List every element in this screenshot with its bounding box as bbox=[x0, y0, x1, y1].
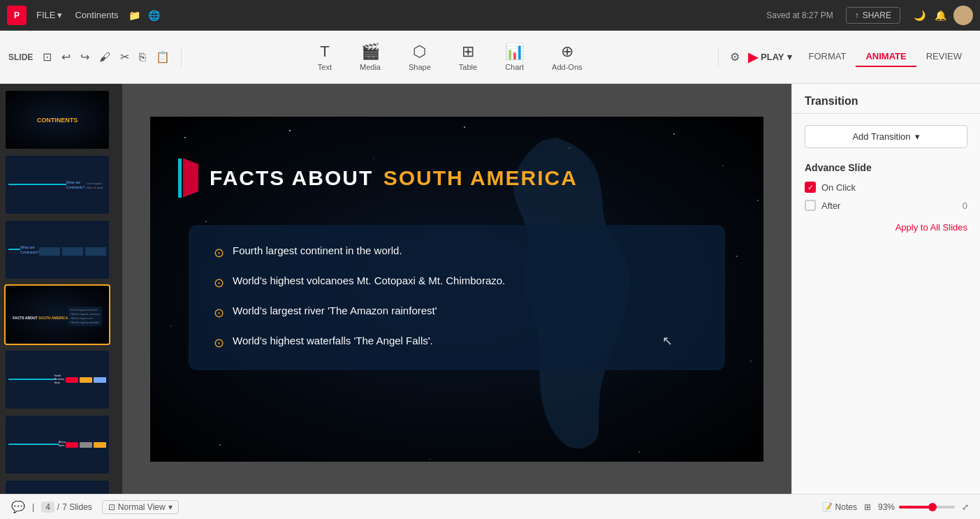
format-painter-button[interactable]: 🖌 bbox=[96, 48, 113, 66]
slide-title-area: FACTS ABOUT SOUTH AMERICA bbox=[178, 159, 578, 198]
file-button[interactable]: FILE ▾ bbox=[32, 7, 66, 23]
svg-point-16 bbox=[219, 444, 221, 446]
tab-animate[interactable]: ANIMATE bbox=[856, 47, 916, 67]
redo-button[interactable]: ↪ bbox=[78, 47, 92, 66]
svg-point-5 bbox=[464, 126, 465, 128]
zoom-slider-fill bbox=[899, 506, 933, 509]
slide-thumb-1[interactable]: CONTINENTS bbox=[4, 89, 110, 150]
svg-point-7 bbox=[673, 133, 675, 134]
tab-format[interactable]: FORMAT bbox=[799, 47, 856, 67]
shape-tool[interactable]: ⬡ Shape bbox=[402, 38, 438, 75]
slide-thumb-6[interactable]: Africa facts bbox=[4, 414, 110, 475]
chart-tool[interactable]: 📊 Chart bbox=[498, 38, 531, 75]
svg-point-3 bbox=[289, 129, 291, 131]
zoom-value: 93% bbox=[878, 502, 895, 512]
svg-point-8 bbox=[722, 165, 724, 166]
slide-thumb-2[interactable]: What are Continents? Lorem ipsum dolor s… bbox=[4, 154, 110, 215]
title-bar-blue bbox=[178, 159, 182, 198]
chart-icon: 📊 bbox=[505, 43, 524, 61]
slide-thumb-3[interactable]: What are Continents? bbox=[4, 219, 110, 280]
on-click-row: ✓ On Click bbox=[805, 182, 967, 193]
chat-icon[interactable]: 💬 bbox=[11, 500, 25, 513]
expand-button[interactable]: ⤢ bbox=[962, 502, 969, 512]
svg-point-12 bbox=[757, 200, 759, 201]
slide-wrapper-1: 1 CONTINENTS bbox=[4, 89, 118, 150]
play-icon: ▶ bbox=[748, 50, 758, 65]
undo-button[interactable]: ↩ bbox=[59, 47, 73, 66]
tab-review[interactable]: REVIEW bbox=[916, 47, 972, 67]
bottom-bar: 💬 | 4 / 7 Slides ⊡ Normal View ▾ 📝 Notes… bbox=[0, 494, 980, 519]
copy-button[interactable]: ⎘ bbox=[136, 48, 149, 66]
settings-icon[interactable]: ⚙ bbox=[727, 47, 743, 66]
right-panel: Transition Add Transition ▾ Advance Slid… bbox=[791, 84, 980, 494]
slide-wrapper-5: 5 North America facts bbox=[4, 349, 118, 410]
toolbar-center: T Text 🎬 Media ⬡ Shape ⊞ Table 📊 Chart ⊕… bbox=[182, 38, 718, 75]
slide-thumb-4[interactable]: FACTS ABOUT SOUTH AMERICA • Fourth large… bbox=[4, 284, 110, 345]
view-selector[interactable]: ⊡ Normal View ▾ bbox=[102, 500, 179, 514]
slide-wrapper-6: 6 Africa facts bbox=[4, 414, 118, 475]
right-panel-header: Transition bbox=[792, 84, 980, 114]
text-icon: T bbox=[320, 43, 329, 61]
after-checkbox[interactable] bbox=[805, 200, 816, 211]
top-bar: P FILE ▾ Continents 📁 🌐 Saved at 8:27 PM… bbox=[0, 0, 980, 31]
fit-button[interactable]: ⊞ bbox=[864, 502, 871, 512]
notes-icon: 📝 bbox=[822, 502, 833, 512]
notes-button[interactable]: 📝 Notes bbox=[822, 502, 857, 512]
media-tool[interactable]: 🎬 Media bbox=[353, 38, 388, 75]
toolbar: SLIDE ⊡ ↩ ↪ 🖌 ✂ ⎘ 📋 T Text 🎬 Media ⬡ Sha… bbox=[0, 31, 980, 84]
thumb-1-label: CONTINENTS bbox=[37, 117, 78, 124]
right-panel-body: Add Transition ▾ Advance Slide ✓ On Clic… bbox=[792, 114, 980, 494]
zoom-slider[interactable] bbox=[899, 506, 955, 509]
after-value: 0 bbox=[963, 200, 967, 211]
page-indicator: 4 / 7 Slides bbox=[41, 502, 92, 513]
apply-to-all-link[interactable]: Apply to All Slides bbox=[805, 222, 967, 233]
zoom-thumb bbox=[928, 503, 937, 511]
svg-point-14 bbox=[750, 360, 752, 362]
toolbar-right: ⚙ ▶ PLAY ▾ bbox=[718, 47, 791, 66]
presentation-name: Continents bbox=[75, 10, 118, 20]
cursor-indicator: ↖ bbox=[662, 333, 673, 349]
fact-item-4: ⊙ World's highest waterfalls 'The Angel … bbox=[214, 335, 700, 351]
on-click-checkbox[interactable]: ✓ bbox=[805, 182, 816, 193]
globe-icon[interactable]: 🌐 bbox=[147, 8, 162, 23]
slide-panel: 1 CONTINENTS 2 What are Continents? Lore… bbox=[0, 84, 122, 494]
facts-box: ⊙ Fourth largest continent in the world.… bbox=[189, 225, 725, 370]
expand-icon: ⤢ bbox=[962, 502, 969, 512]
current-page: 4 bbox=[41, 502, 54, 513]
view-icon: ⊡ bbox=[108, 502, 115, 512]
after-row: After 0 bbox=[805, 200, 967, 211]
text-tool[interactable]: T Text bbox=[311, 38, 339, 75]
paste-button[interactable]: 📋 bbox=[153, 47, 173, 66]
fact-item-1: ⊙ Fourth largest continent in the world. bbox=[214, 244, 700, 261]
slide-canvas: FACTS ABOUT SOUTH AMERICA ⊙ Fourth large… bbox=[150, 117, 763, 462]
bell-icon[interactable]: 🔔 bbox=[933, 8, 948, 23]
slide-thumb-7[interactable]: FACTS ABOUT EUROPE • Lorem ipsum• Dolor … bbox=[4, 479, 110, 494]
addons-tool[interactable]: ⊕ Add-Ons bbox=[545, 38, 589, 75]
zoom-controls: 93% bbox=[878, 502, 955, 512]
avatar[interactable] bbox=[953, 6, 973, 25]
play-button[interactable]: ▶ PLAY ▾ bbox=[748, 50, 791, 65]
svg-point-15 bbox=[638, 451, 640, 453]
after-label: After bbox=[821, 200, 840, 211]
share-button[interactable]: ↑ SHARE bbox=[846, 7, 900, 24]
saved-text: Saved at 8:27 PM bbox=[766, 10, 833, 20]
folder-icon[interactable]: 📁 bbox=[127, 8, 142, 23]
moon-icon[interactable]: 🌙 bbox=[912, 8, 927, 23]
toolbar-left: SLIDE ⊡ ↩ ↪ 🖌 ✂ ⎘ 📋 bbox=[8, 47, 182, 66]
fact-bullet-4: ⊙ bbox=[214, 335, 224, 351]
transition-title: Transition bbox=[805, 95, 858, 107]
slide-thumb-5[interactable]: North America facts bbox=[4, 349, 110, 410]
page-separator: | bbox=[32, 502, 34, 512]
layout-button[interactable]: ⊡ bbox=[40, 47, 54, 66]
table-tool[interactable]: ⊞ Table bbox=[452, 38, 484, 75]
svg-point-1 bbox=[184, 137, 186, 138]
title-bar-red bbox=[183, 159, 198, 198]
slide-title-text: FACTS ABOUT SOUTH AMERICA bbox=[210, 166, 578, 190]
slide-wrapper-7: 7 FACTS ABOUT EUROPE • Lorem ipsum• Dolo… bbox=[4, 479, 118, 494]
slide-background: FACTS ABOUT SOUTH AMERICA ⊙ Fourth large… bbox=[150, 117, 763, 462]
on-click-label: On Click bbox=[821, 182, 856, 193]
cut-button[interactable]: ✂ bbox=[117, 47, 132, 66]
svg-point-17 bbox=[429, 458, 430, 460]
fit-icon: ⊞ bbox=[864, 502, 871, 512]
add-transition-button[interactable]: Add Transition ▾ bbox=[805, 125, 967, 148]
